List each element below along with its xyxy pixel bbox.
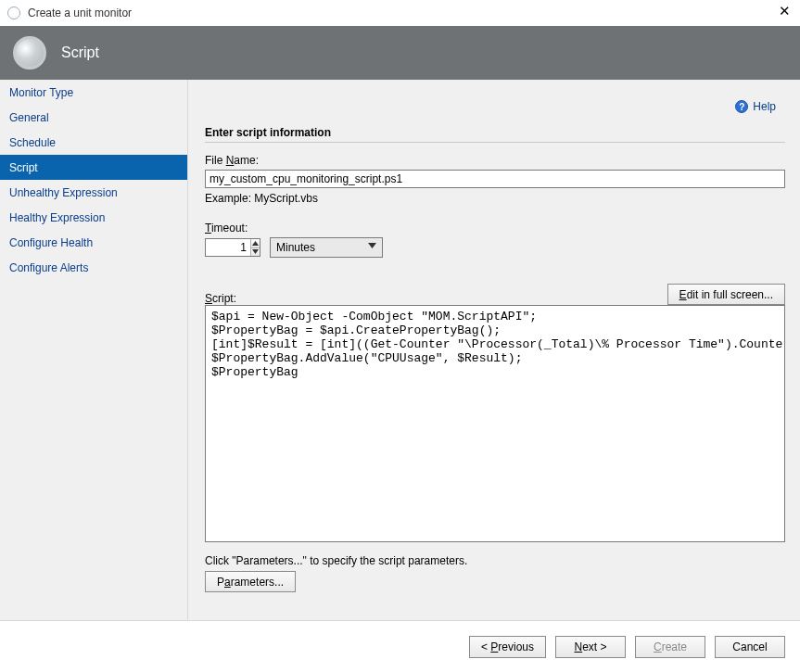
create-button: Create bbox=[635, 636, 705, 658]
spinner-up-button[interactable] bbox=[251, 239, 260, 248]
sidebar-item-label: Script bbox=[9, 161, 38, 174]
section-title: Enter script information bbox=[205, 126, 785, 143]
sidebar-item-schedule[interactable]: Schedule bbox=[0, 130, 187, 155]
parameters-button[interactable]: Parameters... bbox=[205, 571, 296, 592]
timeout-unit-value: Minutes bbox=[276, 241, 315, 254]
spinner-down-button[interactable] bbox=[251, 248, 260, 257]
sidebar-item-unhealthy-expression[interactable]: Unhealthy Expression bbox=[0, 180, 187, 205]
sidebar-item-label: Healthy Expression bbox=[9, 211, 105, 224]
sidebar-item-configure-alerts[interactable]: Configure Alerts bbox=[0, 255, 187, 280]
wizard-step-icon bbox=[13, 36, 46, 70]
wizard-step-title: Script bbox=[61, 44, 99, 61]
file-name-label: File Name: bbox=[205, 154, 785, 167]
wizard-footer: < Previous Next > Create Cancel bbox=[0, 620, 800, 672]
svg-marker-1 bbox=[252, 249, 259, 254]
wizard-body: Monitor Type General Schedule Script Unh… bbox=[0, 80, 800, 620]
script-label-row: Script: Edit in full screen... bbox=[205, 284, 785, 305]
svg-marker-2 bbox=[368, 243, 376, 248]
cancel-button[interactable]: Cancel bbox=[715, 636, 785, 658]
chevron-down-icon bbox=[252, 249, 259, 254]
next-button[interactable]: Next > bbox=[555, 636, 626, 658]
script-label: Script: bbox=[205, 292, 236, 305]
script-textarea[interactable] bbox=[205, 305, 785, 542]
help-icon: ? bbox=[735, 100, 748, 113]
wizard-main-panel: ? Help Enter script information File Nam… bbox=[188, 80, 800, 620]
sidebar-item-label: Configure Health bbox=[9, 236, 93, 249]
svg-marker-0 bbox=[252, 241, 259, 246]
sidebar-item-general[interactable]: General bbox=[0, 105, 187, 130]
sidebar-item-label: General bbox=[9, 111, 49, 124]
file-name-input[interactable] bbox=[205, 170, 785, 188]
help-label: Help bbox=[753, 100, 776, 113]
help-link[interactable]: ? Help bbox=[735, 100, 776, 113]
chevron-up-icon bbox=[252, 241, 259, 246]
window-title: Create a unit monitor bbox=[28, 6, 132, 19]
sidebar-item-healthy-expression[interactable]: Healthy Expression bbox=[0, 205, 187, 230]
parameters-hint: Click "Parameters..." to specify the scr… bbox=[205, 554, 785, 567]
titlebar: Create a unit monitor ✕ bbox=[0, 0, 800, 26]
sidebar-item-configure-health[interactable]: Configure Health bbox=[0, 230, 187, 255]
close-icon[interactable]: ✕ bbox=[779, 4, 791, 19]
timeout-value-input[interactable] bbox=[206, 239, 250, 256]
timeout-label: Timeout: bbox=[205, 222, 785, 235]
sidebar-item-label: Monitor Type bbox=[9, 86, 73, 99]
sidebar-item-label: Schedule bbox=[9, 136, 56, 149]
timeout-unit-combo[interactable]: Minutes bbox=[270, 237, 383, 258]
app-icon bbox=[7, 6, 20, 19]
file-name-example: Example: MyScript.vbs bbox=[205, 192, 785, 205]
previous-button[interactable]: < Previous bbox=[469, 636, 546, 658]
wizard-header: Script bbox=[0, 26, 800, 80]
edit-full-screen-button[interactable]: Edit in full screen... bbox=[667, 284, 785, 305]
timeout-spinner[interactable] bbox=[205, 238, 260, 257]
sidebar-item-script[interactable]: Script bbox=[0, 155, 187, 180]
wizard-sidebar: Monitor Type General Schedule Script Unh… bbox=[0, 80, 188, 620]
sidebar-item-label: Unhealthy Expression bbox=[9, 186, 118, 199]
timeout-spin-buttons bbox=[250, 239, 260, 256]
sidebar-item-monitor-type[interactable]: Monitor Type bbox=[0, 80, 187, 105]
chevron-down-icon bbox=[368, 243, 376, 248]
sidebar-item-label: Configure Alerts bbox=[9, 261, 88, 274]
timeout-row: Minutes bbox=[205, 237, 785, 258]
